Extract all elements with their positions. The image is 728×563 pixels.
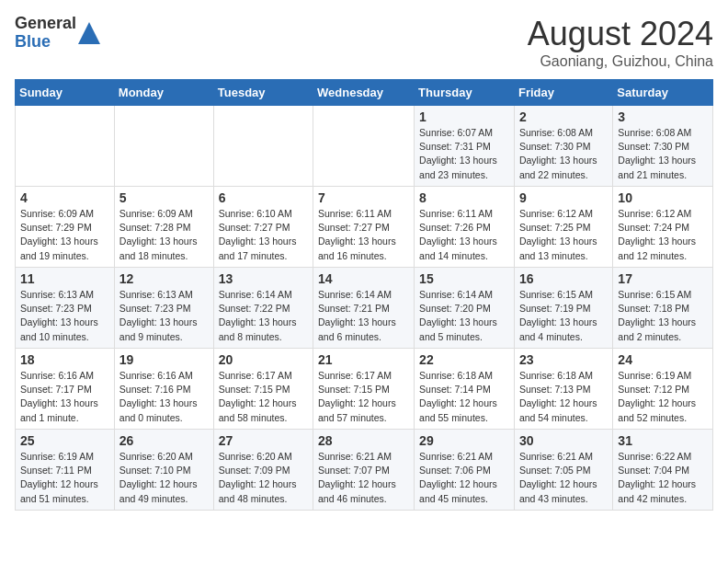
calendar-cell: 2Sunrise: 6:08 AMSunset: 7:30 PMDaylight… — [514, 106, 612, 187]
day-info: Sunrise: 6:11 AMSunset: 7:27 PMDaylight:… — [318, 207, 409, 263]
calendar-week-3: 11Sunrise: 6:13 AMSunset: 7:23 PMDayligh… — [16, 268, 713, 349]
day-info: Sunrise: 6:18 AMSunset: 7:14 PMDaylight:… — [419, 369, 509, 425]
day-number: 21 — [318, 352, 409, 367]
header-day-monday: Monday — [114, 80, 213, 106]
day-number: 7 — [318, 190, 409, 205]
day-info: Sunrise: 6:14 AMSunset: 7:21 PMDaylight:… — [318, 288, 409, 344]
day-info: Sunrise: 6:19 AMSunset: 7:12 PMDaylight:… — [618, 369, 708, 425]
calendar-body: 1Sunrise: 6:07 AMSunset: 7:31 PMDaylight… — [16, 106, 713, 511]
day-info: Sunrise: 6:08 AMSunset: 7:30 PMDaylight:… — [519, 126, 608, 182]
calendar-cell — [114, 106, 213, 187]
day-number: 24 — [618, 352, 708, 367]
calendar-cell: 14Sunrise: 6:14 AMSunset: 7:21 PMDayligh… — [313, 268, 415, 349]
header: General Blue August 2024 Gaoniang, Guizh… — [15, 15, 713, 70]
calendar-cell: 30Sunrise: 6:21 AMSunset: 7:05 PMDayligh… — [514, 430, 612, 511]
day-number: 13 — [219, 271, 308, 286]
header-day-friday: Friday — [514, 80, 612, 106]
calendar-cell: 19Sunrise: 6:16 AMSunset: 7:16 PMDayligh… — [114, 349, 213, 430]
day-info: Sunrise: 6:21 AMSunset: 7:05 PMDaylight:… — [519, 450, 608, 506]
day-number: 12 — [119, 271, 209, 286]
day-number: 28 — [318, 433, 409, 448]
day-number: 20 — [219, 352, 308, 367]
title-area: August 2024 Gaoniang, Guizhou, China — [528, 15, 713, 70]
day-number: 2 — [519, 109, 608, 124]
day-number: 10 — [618, 190, 708, 205]
day-number: 8 — [419, 190, 509, 205]
calendar-cell: 11Sunrise: 6:13 AMSunset: 7:23 PMDayligh… — [16, 268, 115, 349]
calendar-cell: 3Sunrise: 6:08 AMSunset: 7:30 PMDaylight… — [613, 106, 713, 187]
calendar-cell: 17Sunrise: 6:15 AMSunset: 7:18 PMDayligh… — [613, 268, 713, 349]
day-number: 31 — [618, 433, 708, 448]
logo-blue: Blue — [15, 33, 76, 52]
calendar-header: SundayMondayTuesdayWednesdayThursdayFrid… — [16, 80, 713, 106]
day-number: 29 — [419, 433, 509, 448]
day-number: 1 — [419, 109, 509, 124]
day-number: 16 — [519, 271, 608, 286]
calendar-week-2: 4Sunrise: 6:09 AMSunset: 7:29 PMDaylight… — [16, 187, 713, 268]
calendar-cell: 25Sunrise: 6:19 AMSunset: 7:11 PMDayligh… — [16, 430, 115, 511]
calendar-cell: 4Sunrise: 6:09 AMSunset: 7:29 PMDaylight… — [16, 187, 115, 268]
day-number: 14 — [318, 271, 409, 286]
calendar-cell: 9Sunrise: 6:12 AMSunset: 7:25 PMDaylight… — [514, 187, 612, 268]
day-number: 18 — [20, 352, 109, 367]
day-info: Sunrise: 6:16 AMSunset: 7:16 PMDaylight:… — [119, 369, 209, 425]
day-info: Sunrise: 6:12 AMSunset: 7:25 PMDaylight:… — [519, 207, 608, 263]
day-number: 11 — [20, 271, 109, 286]
header-day-sunday: Sunday — [16, 80, 115, 106]
calendar-cell: 28Sunrise: 6:21 AMSunset: 7:07 PMDayligh… — [313, 430, 415, 511]
day-info: Sunrise: 6:21 AMSunset: 7:06 PMDaylight:… — [419, 450, 509, 506]
calendar-cell: 6Sunrise: 6:10 AMSunset: 7:27 PMDaylight… — [213, 187, 313, 268]
calendar-cell: 12Sunrise: 6:13 AMSunset: 7:23 PMDayligh… — [114, 268, 213, 349]
day-info: Sunrise: 6:16 AMSunset: 7:17 PMDaylight:… — [20, 369, 109, 425]
day-number: 25 — [20, 433, 109, 448]
day-info: Sunrise: 6:15 AMSunset: 7:18 PMDaylight:… — [618, 288, 708, 344]
calendar-cell: 24Sunrise: 6:19 AMSunset: 7:12 PMDayligh… — [613, 349, 713, 430]
day-info: Sunrise: 6:18 AMSunset: 7:13 PMDaylight:… — [519, 369, 608, 425]
day-info: Sunrise: 6:19 AMSunset: 7:11 PMDaylight:… — [20, 450, 109, 506]
logo: General Blue — [15, 15, 100, 52]
day-info: Sunrise: 6:22 AMSunset: 7:04 PMDaylight:… — [618, 450, 708, 506]
header-day-thursday: Thursday — [415, 80, 515, 106]
calendar-cell: 18Sunrise: 6:16 AMSunset: 7:17 PMDayligh… — [16, 349, 115, 430]
day-info: Sunrise: 6:09 AMSunset: 7:29 PMDaylight:… — [20, 207, 109, 263]
calendar-cell: 7Sunrise: 6:11 AMSunset: 7:27 PMDaylight… — [313, 187, 415, 268]
calendar-cell: 27Sunrise: 6:20 AMSunset: 7:09 PMDayligh… — [213, 430, 313, 511]
calendar-cell: 29Sunrise: 6:21 AMSunset: 7:06 PMDayligh… — [415, 430, 515, 511]
calendar-week-1: 1Sunrise: 6:07 AMSunset: 7:31 PMDaylight… — [16, 106, 713, 187]
header-row: SundayMondayTuesdayWednesdayThursdayFrid… — [16, 80, 713, 106]
day-info: Sunrise: 6:12 AMSunset: 7:24 PMDaylight:… — [618, 207, 708, 263]
day-number: 9 — [519, 190, 608, 205]
calendar-cell — [16, 106, 115, 187]
day-number: 19 — [119, 352, 209, 367]
day-info: Sunrise: 6:20 AMSunset: 7:09 PMDaylight:… — [219, 450, 308, 506]
day-info: Sunrise: 6:21 AMSunset: 7:07 PMDaylight:… — [318, 450, 409, 506]
calendar-cell: 20Sunrise: 6:17 AMSunset: 7:15 PMDayligh… — [213, 349, 313, 430]
svg-marker-0 — [78, 22, 100, 44]
calendar-cell: 15Sunrise: 6:14 AMSunset: 7:20 PMDayligh… — [415, 268, 515, 349]
day-info: Sunrise: 6:14 AMSunset: 7:22 PMDaylight:… — [219, 288, 308, 344]
calendar-cell: 22Sunrise: 6:18 AMSunset: 7:14 PMDayligh… — [415, 349, 515, 430]
day-number: 5 — [119, 190, 209, 205]
calendar-cell — [213, 106, 313, 187]
day-info: Sunrise: 6:17 AMSunset: 7:15 PMDaylight:… — [219, 369, 308, 425]
day-number: 6 — [219, 190, 308, 205]
day-number: 27 — [219, 433, 308, 448]
month-title: August 2024 — [528, 15, 713, 53]
day-info: Sunrise: 6:07 AMSunset: 7:31 PMDaylight:… — [419, 126, 509, 182]
calendar-cell: 16Sunrise: 6:15 AMSunset: 7:19 PMDayligh… — [514, 268, 612, 349]
calendar-cell: 21Sunrise: 6:17 AMSunset: 7:15 PMDayligh… — [313, 349, 415, 430]
day-info: Sunrise: 6:09 AMSunset: 7:28 PMDaylight:… — [119, 207, 209, 263]
day-number: 30 — [519, 433, 608, 448]
calendar-cell: 31Sunrise: 6:22 AMSunset: 7:04 PMDayligh… — [613, 430, 713, 511]
day-info: Sunrise: 6:08 AMSunset: 7:30 PMDaylight:… — [618, 126, 708, 182]
logo-general: General — [15, 15, 76, 33]
day-number: 17 — [618, 271, 708, 286]
calendar-cell: 13Sunrise: 6:14 AMSunset: 7:22 PMDayligh… — [213, 268, 313, 349]
day-info: Sunrise: 6:14 AMSunset: 7:20 PMDaylight:… — [419, 288, 509, 344]
day-info: Sunrise: 6:10 AMSunset: 7:27 PMDaylight:… — [219, 207, 308, 263]
location-title: Gaoniang, Guizhou, China — [528, 53, 713, 70]
calendar-cell: 26Sunrise: 6:20 AMSunset: 7:10 PMDayligh… — [114, 430, 213, 511]
day-number: 22 — [419, 352, 509, 367]
calendar-cell — [313, 106, 415, 187]
header-day-saturday: Saturday — [613, 80, 713, 106]
